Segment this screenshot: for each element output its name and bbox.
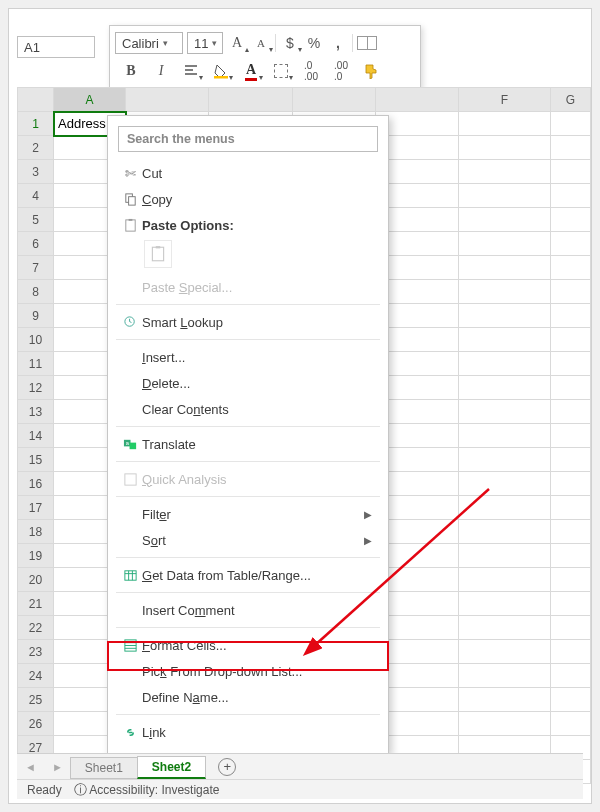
cell[interactable] — [459, 328, 551, 352]
paste-default-icon[interactable] — [144, 240, 172, 268]
row-header[interactable]: 8 — [18, 280, 54, 304]
cell[interactable] — [551, 304, 591, 328]
cell[interactable] — [551, 712, 591, 736]
cell[interactable] — [551, 448, 591, 472]
row-header[interactable]: 17 — [18, 496, 54, 520]
menu-define-name[interactable]: Define Name... — [114, 684, 382, 710]
cell[interactable] — [459, 664, 551, 688]
menu-clear-contents[interactable]: Clear Contents — [114, 396, 382, 422]
accessibility-status[interactable]: ⓘ Accessibility: Investigate — [74, 781, 220, 799]
cell[interactable] — [459, 424, 551, 448]
cell[interactable] — [459, 688, 551, 712]
increase-decimal-icon[interactable]: .0.00 — [301, 61, 321, 81]
fill-color-icon[interactable]: ▾ — [211, 61, 231, 81]
menu-search-input[interactable]: Search the menus — [118, 126, 378, 152]
cell[interactable] — [459, 304, 551, 328]
menu-filter[interactable]: Filter▶ — [114, 501, 382, 527]
row-header[interactable]: 13 — [18, 400, 54, 424]
cell[interactable] — [551, 688, 591, 712]
select-all-corner[interactable] — [18, 88, 54, 112]
borders-icon[interactable]: ▾ — [271, 61, 291, 81]
row-header[interactable]: 26 — [18, 712, 54, 736]
menu-format-cells[interactable]: Format Cells... — [114, 632, 382, 658]
cell[interactable] — [551, 232, 591, 256]
cell[interactable] — [459, 280, 551, 304]
cell[interactable] — [459, 640, 551, 664]
cell[interactable] — [459, 712, 551, 736]
row-header[interactable]: 20 — [18, 568, 54, 592]
name-box[interactable]: A1 — [17, 36, 95, 58]
cell[interactable] — [459, 256, 551, 280]
cell[interactable] — [551, 544, 591, 568]
row-header[interactable]: 14 — [18, 424, 54, 448]
tab-nav-prev-icon[interactable]: ◄ — [17, 761, 44, 773]
comma-format-icon[interactable]: , — [328, 33, 348, 53]
cell[interactable] — [459, 232, 551, 256]
cell[interactable] — [459, 568, 551, 592]
menu-smart-lookup[interactable]: Smart Lookup — [114, 309, 382, 335]
cell[interactable] — [551, 160, 591, 184]
row-header[interactable]: 3 — [18, 160, 54, 184]
menu-copy[interactable]: Copy — [114, 186, 382, 212]
cell[interactable] — [459, 400, 551, 424]
cell[interactable] — [551, 376, 591, 400]
cell[interactable] — [459, 208, 551, 232]
merge-center-icon[interactable] — [357, 33, 377, 53]
cell[interactable] — [551, 640, 591, 664]
cell[interactable] — [551, 520, 591, 544]
row-header[interactable]: 2 — [18, 136, 54, 160]
menu-cut[interactable]: ✄Cut — [114, 160, 382, 186]
font-name-select[interactable]: Calibri▾ — [115, 32, 183, 54]
row-header[interactable]: 9 — [18, 304, 54, 328]
decrease-decimal-icon[interactable]: .00.0 — [331, 61, 351, 81]
row-header[interactable]: 21 — [18, 592, 54, 616]
cell[interactable] — [551, 400, 591, 424]
align-icon[interactable]: ▾ — [181, 61, 201, 81]
increase-font-icon[interactable]: A▴ — [227, 33, 247, 53]
cell[interactable] — [551, 664, 591, 688]
menu-translate[interactable]: aTranslate — [114, 431, 382, 457]
menu-insert[interactable]: Insert... — [114, 344, 382, 370]
cell[interactable] — [459, 160, 551, 184]
cell[interactable] — [459, 448, 551, 472]
italic-icon[interactable]: I — [151, 61, 171, 81]
column-header[interactable] — [126, 88, 209, 112]
cell[interactable] — [459, 136, 551, 160]
bold-icon[interactable]: B — [121, 61, 141, 81]
row-header[interactable]: 16 — [18, 472, 54, 496]
row-header[interactable]: 10 — [18, 328, 54, 352]
cell[interactable] — [459, 376, 551, 400]
cell[interactable] — [459, 352, 551, 376]
cell[interactable] — [459, 520, 551, 544]
column-header[interactable]: F — [459, 88, 551, 112]
row-header[interactable]: 7 — [18, 256, 54, 280]
sheet-tab-inactive[interactable]: Sheet1 — [70, 757, 138, 779]
cell[interactable] — [551, 328, 591, 352]
cell[interactable] — [459, 616, 551, 640]
cell[interactable] — [551, 568, 591, 592]
row-header[interactable]: 11 — [18, 352, 54, 376]
cell[interactable] — [459, 544, 551, 568]
cell[interactable] — [551, 472, 591, 496]
cell[interactable] — [459, 496, 551, 520]
cell[interactable] — [551, 424, 591, 448]
font-color-icon[interactable]: A▾ — [241, 61, 261, 81]
cell[interactable] — [551, 616, 591, 640]
tab-nav-next-icon[interactable]: ► — [44, 761, 71, 773]
row-header[interactable]: 12 — [18, 376, 54, 400]
menu-insert-comment[interactable]: Insert Comment — [114, 597, 382, 623]
cell[interactable] — [551, 136, 591, 160]
row-header[interactable]: 18 — [18, 520, 54, 544]
cell[interactable] — [551, 256, 591, 280]
font-size-select[interactable]: 11▾ — [187, 32, 223, 54]
menu-link[interactable]: Link — [114, 719, 382, 745]
row-header[interactable]: 6 — [18, 232, 54, 256]
menu-get-data[interactable]: Get Data from Table/Range... — [114, 562, 382, 588]
format-painter-icon[interactable] — [361, 61, 381, 81]
menu-pick-list[interactable]: Pick From Drop-down List... — [114, 658, 382, 684]
cell[interactable] — [551, 208, 591, 232]
menu-delete[interactable]: Delete... — [114, 370, 382, 396]
cell[interactable] — [459, 472, 551, 496]
column-header[interactable]: A — [54, 88, 126, 112]
row-header[interactable]: 19 — [18, 544, 54, 568]
